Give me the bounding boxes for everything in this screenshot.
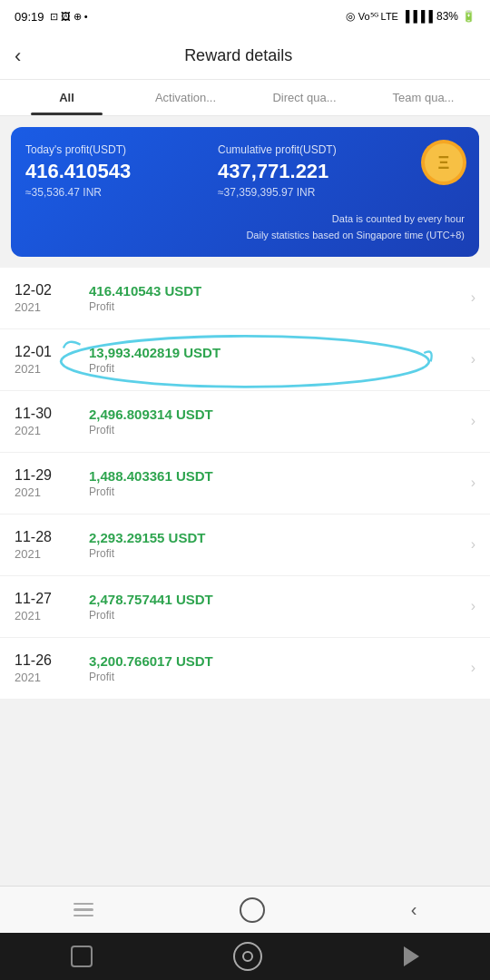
date-main: 11-28	[15, 529, 78, 545]
amount-label: Profit	[89, 671, 464, 683]
amount-label: Profit	[89, 609, 464, 622]
tab-all[interactable]: All	[7, 80, 126, 115]
amount-col: 1,488.403361 USDT Profit	[78, 468, 464, 498]
list-item[interactable]: 11-27 2021 2,478.757441 USDT Profit ›	[0, 576, 490, 638]
wifi-icon: ◎	[346, 10, 355, 23]
amount-label: Profit	[89, 362, 464, 375]
date-col: 11-28 2021	[15, 529, 78, 561]
amount-label: Profit	[89, 300, 464, 313]
chevron-right-icon: ›	[471, 289, 475, 306]
chevron-right-icon: ›	[471, 660, 475, 676]
cumulative-profit-label: Cumulative profit(USDT)	[218, 143, 410, 156]
top-nav: ‹ Reward details	[0, 33, 490, 80]
recent-apps-button[interactable]	[52, 896, 115, 925]
chevron-right-icon: ›	[471, 351, 475, 368]
date-main: 12-02	[15, 282, 78, 299]
profit-note: Data is counted by every hour Daily stat…	[25, 211, 465, 243]
amount-value: 13,993.402819 USDT	[89, 345, 464, 360]
amount-col: 13,993.402819 USDT Profit	[78, 345, 464, 375]
status-bar: 09:19 ⊡ 🖼 ⊕ • ◎ Vo⁵ᴳ LTE ▐▐▐▐ 83% 🔋	[0, 0, 490, 33]
date-year: 2021	[15, 671, 78, 684]
list-item[interactable]: 11-26 2021 3,200.766017 USDT Profit ›	[0, 638, 490, 700]
home-icon[interactable]	[233, 942, 262, 971]
date-col: 11-30 2021	[15, 406, 78, 437]
cumulative-profit-inr: ≈37,359,395.97 INR	[218, 186, 410, 199]
date-col: 11-27 2021	[15, 591, 78, 622]
signal-icon: Vo⁵ᴳ LTE	[358, 11, 398, 23]
tab-bar: All Activation... Direct qua... Team qua…	[0, 80, 490, 116]
date-main: 12-01	[15, 344, 78, 360]
page-title: Reward details	[32, 46, 445, 65]
bottom-nav: ‹	[0, 886, 490, 933]
date-year: 2021	[15, 547, 78, 561]
amount-value: 1,488.403361 USDT	[89, 468, 464, 484]
status-time: 09:19 ⊡ 🖼 ⊕ •	[15, 10, 88, 24]
amount-value: 3,200.766017 USDT	[89, 653, 464, 669]
coin-icon: Ξ	[419, 138, 468, 187]
chevron-right-icon: ›	[471, 598, 475, 614]
date-year: 2021	[15, 485, 78, 499]
today-profit-col: Today's profit(USDT) 416.410543 ≈35,536.…	[25, 143, 218, 199]
battery-icon: 🔋	[462, 10, 475, 23]
signal-bars: ▐▐▐▐	[402, 10, 433, 23]
amount-label: Profit	[89, 485, 464, 498]
chevron-right-icon: ›	[471, 536, 475, 553]
amount-value: 2,293.29155 USDT	[89, 530, 464, 545]
home-button[interactable]	[218, 890, 287, 930]
date-year: 2021	[15, 362, 78, 376]
date-main: 11-26	[15, 652, 78, 669]
amount-col: 416.410543 USDT Profit	[78, 283, 464, 313]
list-item[interactable]: 11-30 2021 2,496.809314 USDT Profit ›	[0, 391, 490, 453]
amount-col: 2,293.29155 USDT Profit	[78, 530, 464, 560]
today-profit-inr: ≈35,536.47 INR	[25, 186, 218, 199]
time-display: 09:19	[15, 10, 44, 24]
date-col: 12-01 2021	[15, 344, 78, 376]
date-col: 11-26 2021	[15, 652, 78, 684]
date-year: 2021	[15, 609, 78, 622]
today-profit-label: Today's profit(USDT)	[25, 143, 218, 156]
date-year: 2021	[15, 300, 78, 314]
battery-display: 83%	[436, 10, 458, 23]
date-main: 11-27	[15, 591, 78, 607]
amount-value: 2,478.757441 USDT	[89, 592, 464, 607]
list-item[interactable]: 12-02 2021 416.410543 USDT Profit ›	[0, 268, 490, 329]
date-col: 12-02 2021	[15, 282, 78, 314]
date-year: 2021	[15, 424, 78, 437]
date-col: 11-29 2021	[15, 467, 78, 499]
status-right-icons: ◎ Vo⁵ᴳ LTE ▐▐▐▐ 83% 🔋	[346, 10, 475, 23]
chevron-right-icon: ›	[471, 413, 475, 429]
today-profit-value: 416.410543	[25, 160, 218, 183]
profit-card: Today's profit(USDT) 416.410543 ≈35,536.…	[11, 127, 479, 257]
date-main: 11-30	[15, 406, 78, 422]
date-main: 11-29	[15, 467, 78, 484]
list-item[interactable]: 11-28 2021 2,293.29155 USDT Profit ›	[0, 514, 490, 576]
tab-team[interactable]: Team qua...	[364, 80, 483, 115]
back-icon[interactable]	[404, 946, 419, 966]
back-nav-button[interactable]: ‹	[389, 892, 439, 927]
amount-col: 2,496.809314 USDT Profit	[78, 407, 464, 436]
recent-apps-icon[interactable]	[71, 946, 93, 967]
amount-label: Profit	[89, 424, 464, 436]
amount-value: 2,496.809314 USDT	[89, 407, 464, 422]
amount-label: Profit	[89, 547, 464, 560]
svg-text:Ξ: Ξ	[438, 152, 450, 172]
status-icons: ⊡ 🖼 ⊕ •	[50, 11, 88, 23]
list-item[interactable]: 11-29 2021 1,488.403361 USDT Profit ›	[0, 453, 490, 514]
amount-value: 416.410543 USDT	[89, 283, 464, 299]
back-button[interactable]: ‹	[15, 44, 21, 68]
tab-direct[interactable]: Direct qua...	[245, 80, 364, 115]
cumulative-profit-value: 437,771.221	[218, 160, 410, 183]
amount-col: 2,478.757441 USDT Profit	[78, 592, 464, 622]
amount-col: 3,200.766017 USDT Profit	[78, 653, 464, 683]
chevron-right-icon: ›	[471, 475, 475, 491]
tab-activation[interactable]: Activation...	[126, 80, 245, 115]
reward-list: 12-02 2021 416.410543 USDT Profit › 12-0…	[0, 268, 490, 700]
list-item-highlighted[interactable]: 12-01 2021 13,993.402819 USDT Profit ›	[0, 329, 490, 391]
home-bar	[0, 933, 490, 980]
